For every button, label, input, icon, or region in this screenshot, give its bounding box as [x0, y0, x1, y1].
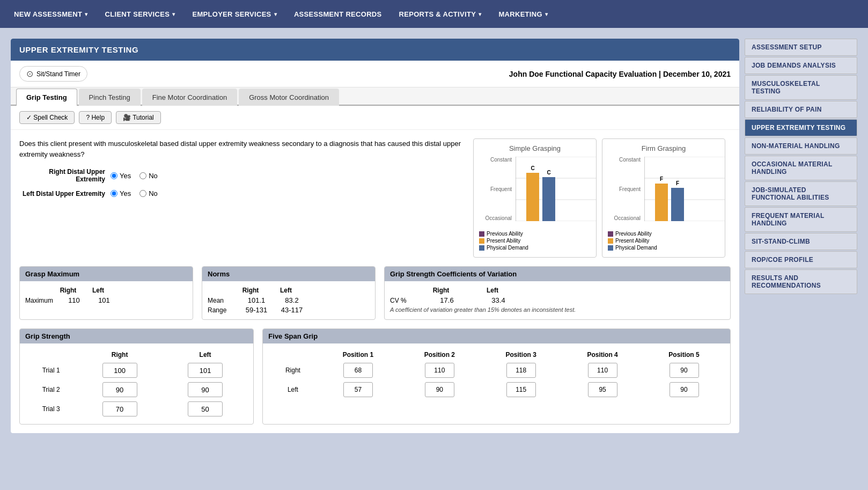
table-row: Left — [268, 380, 725, 399]
five-span-grip-body: Position 1 Position 2 Position 3 Positio… — [263, 343, 730, 405]
chevron-down-icon: ▾ — [172, 11, 175, 17]
nav-client-services[interactable]: CLIENT SERVICES ▾ — [97, 0, 184, 28]
timer-icon: ⊙ — [26, 69, 33, 79]
span-right-p3[interactable] — [506, 363, 536, 378]
grasp-maximum-header: Grasp Maximum — [20, 267, 193, 281]
sidebar-item-non-material[interactable]: NON-MATERIAL HANDLING — [745, 137, 857, 155]
nav-new-assessment[interactable]: NEW ASSESSMENT ▾ — [5, 0, 97, 28]
svg-rect-14 — [655, 184, 668, 221]
span-col-pos4: Position 4 — [562, 349, 643, 361]
grip-col-empty — [25, 349, 77, 361]
assessment-title: John Doe Functional Capacity Evaluation … — [509, 70, 731, 78]
grip-trial3-label: Trial 3 — [25, 399, 77, 419]
y-label-occasional: Occasional — [479, 215, 514, 221]
legend-previous-ability — [479, 231, 484, 237]
span-right-label: Right — [268, 361, 317, 380]
grasp-maximum-box: Grasp Maximum Right Left Maximum 110 101 — [19, 266, 193, 320]
firm-grasping-svg: F F — [644, 157, 725, 221]
sidebar-item-occasional-material[interactable]: OCCASIONAL MATERIAL HANDLING — [745, 156, 857, 180]
sidebar-item-musculoskeletal[interactable]: MUSCULOSKELETAL TESTING — [745, 75, 857, 100]
left-distal-yes[interactable]: Yes — [111, 189, 131, 198]
nav-assessment-records[interactable]: ASSESSMENT RECORDS — [285, 0, 391, 28]
spell-check-button[interactable]: ✓ Spell Check — [19, 111, 75, 124]
tab-pinch-testing[interactable]: Pinch Testing — [79, 89, 141, 106]
span-left-p5[interactable] — [670, 382, 699, 397]
svg-rect-5 — [526, 173, 539, 221]
simple-grasping-chart: Simple Grasping Constant Frequent Occasi… — [473, 138, 597, 258]
grip-strength-table: Right Left Trial 1 — [25, 349, 248, 419]
norms-box: Norms Right Left Mean 101.1 83.2 Range — [202, 266, 376, 320]
tab-fine-motor[interactable]: Fine Motor Coordination — [142, 89, 237, 106]
tutorial-button[interactable]: 🎥 Tutorial — [116, 111, 161, 124]
span-left-p1[interactable] — [343, 382, 373, 397]
right-distal-label: Right Distal UpperExtremity — [19, 168, 105, 183]
mean-label: Mean — [208, 297, 234, 304]
tab-gross-motor[interactable]: Gross Motor Coordination — [239, 89, 339, 106]
span-left-p3[interactable] — [506, 382, 536, 397]
span-right-p2[interactable] — [425, 363, 454, 378]
span-left-label: Left — [268, 380, 317, 399]
legend-physical-demand2 — [608, 245, 613, 251]
span-left-p4[interactable] — [588, 382, 617, 397]
sidebar-item-reliability-pain[interactable]: RELIABILITY OF PAIN — [745, 101, 857, 118]
grasp-right-value: 110 — [63, 296, 85, 304]
chevron-down-icon: ▾ — [479, 11, 481, 17]
firm-grasping-chart: Firm Grasping Constant Frequent Occasion… — [602, 138, 725, 258]
legend-present-ability2 — [608, 238, 613, 244]
help-button[interactable]: ? Help — [79, 111, 112, 124]
nav-marketing[interactable]: MARKETING ▾ — [490, 0, 556, 28]
y-label-frequent2: Frequent — [608, 186, 643, 192]
sidebar-item-rop-coe[interactable]: ROP/COE PROFILE — [745, 251, 857, 268]
sidebar-item-job-demands[interactable]: JOB DEMANDS ANALYSIS — [745, 57, 857, 74]
grip-strength-box: Grip Strength Right Left — [19, 328, 254, 425]
svg-rect-16 — [671, 188, 684, 221]
sidebar-item-sit-stand-climb[interactable]: SIT-STAND-CLIMB — [745, 233, 857, 250]
span-col-pos2: Position 2 — [399, 349, 480, 361]
legend-previous-ability2 — [608, 231, 613, 237]
left-panel: Does this client present with musculoske… — [19, 138, 465, 258]
grip-trial2-right[interactable] — [102, 382, 137, 397]
sidebar-item-results[interactable]: RESULTS AND RECOMMENDATIONS — [745, 269, 857, 294]
norms-left-header: Left — [273, 287, 299, 294]
left-distal-no[interactable]: No — [139, 189, 158, 198]
cv-note: A coefficient of variation greater than … — [390, 306, 725, 313]
grasp-maximum-body: Right Left Maximum 110 101 — [20, 281, 193, 310]
sidebar-item-assessment-setup[interactable]: ASSESSMENT SETUP — [745, 39, 857, 56]
grip-trial1-left[interactable] — [188, 363, 223, 378]
grip-trial1-right[interactable] — [102, 363, 137, 378]
sidebar-item-job-simulated[interactable]: JOB-SIMULATED FUNCTIONAL ABILITIES — [745, 181, 857, 206]
grip-strength-header: Grip Strength — [20, 329, 253, 343]
page-header: UPPER EXTREMITY TESTING — [11, 39, 739, 61]
data-tables-row: Grasp Maximum Right Left Maximum 110 101 — [19, 266, 731, 320]
right-col-header: Right — [57, 287, 79, 294]
chevron-down-icon: ▾ — [274, 11, 277, 17]
sidebar-item-upper-extremity[interactable]: UPPER EXTREMITY TESTING — [745, 119, 857, 136]
right-distal-yes[interactable]: Yes — [111, 172, 131, 180]
simple-grasping-title: Simple Grasping — [479, 144, 591, 152]
question-text: Does this client present with musculoske… — [19, 138, 465, 159]
left-distal-group: Left Distal Upper Extremity Yes No — [19, 189, 465, 198]
y-label-constant2: Constant — [608, 157, 643, 163]
nav-reports-activity[interactable]: REPORTS & ACTIVITY ▾ — [391, 0, 490, 28]
span-right-p1[interactable] — [343, 363, 373, 378]
span-right-p4[interactable] — [588, 363, 617, 378]
grip-trial3-left[interactable] — [188, 401, 223, 416]
tab-grip-testing[interactable]: Grip Testing — [16, 89, 77, 106]
right-distal-no[interactable]: No — [139, 172, 158, 180]
right-distal-group: Right Distal UpperExtremity Yes No — [19, 168, 465, 183]
sit-stand-timer-button[interactable]: ⊙ Sit/Stand Timer — [19, 66, 87, 82]
sidebar-item-frequent-material[interactable]: FREQUENT MATERIAL HANDLING — [745, 207, 857, 232]
span-col-pos1: Position 1 — [317, 349, 399, 361]
grip-trial2-left[interactable] — [188, 382, 223, 397]
grip-col-left: Left — [163, 349, 248, 361]
nav-employer-services[interactable]: EMPLOYER SERVICES ▾ — [183, 0, 285, 28]
mean-right: 101.1 — [243, 296, 270, 304]
table-row: Trial 1 — [25, 361, 248, 380]
span-right-p5[interactable] — [670, 363, 699, 378]
firm-grasping-legend: Previous Ability Present Ability Physica… — [608, 231, 719, 251]
grip-trial3-right[interactable] — [102, 401, 137, 416]
span-left-p2[interactable] — [425, 382, 454, 397]
five-span-grip-box: Five Span Grip Position 1 Position 2 Pos… — [262, 328, 731, 425]
right-sidebar: ASSESSMENT SETUP JOB DEMANDS ANALYSIS MU… — [745, 39, 857, 433]
mean-left: 83.2 — [278, 296, 305, 304]
